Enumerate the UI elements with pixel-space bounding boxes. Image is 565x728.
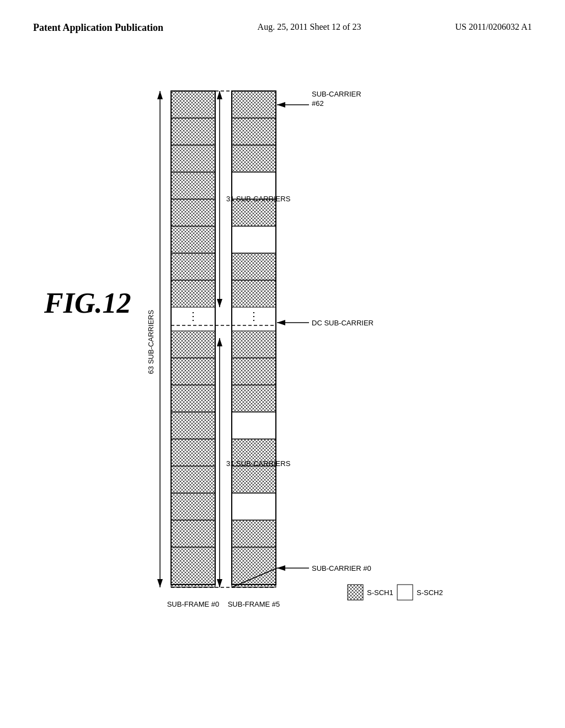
svg-rect-32 xyxy=(232,331,276,358)
svg-rect-40 xyxy=(232,547,276,587)
subframe0-label: SUB-FRAME #0 xyxy=(167,600,220,608)
svg-rect-33 xyxy=(232,358,276,385)
svg-rect-21 xyxy=(171,520,215,547)
svg-rect-22 xyxy=(171,547,215,587)
svg-rect-35 xyxy=(232,412,276,439)
svg-text:⋮: ⋮ xyxy=(248,310,259,322)
31-subcarriers-top-label: 31 SUB-CARRIERS xyxy=(226,195,291,203)
svg-rect-7 xyxy=(171,145,215,172)
svg-rect-34 xyxy=(232,385,276,412)
svg-rect-6 xyxy=(171,118,215,145)
svg-text:⋮: ⋮ xyxy=(188,310,199,322)
svg-marker-45 xyxy=(217,91,222,99)
svg-marker-56 xyxy=(277,102,285,108)
svg-rect-23 xyxy=(232,91,276,118)
svg-rect-8 xyxy=(171,172,215,199)
svg-rect-37 xyxy=(232,466,276,493)
svg-rect-25 xyxy=(232,145,276,172)
legend-sch2-box xyxy=(397,585,413,600)
legend-sch2-label: S-SCH2 xyxy=(417,588,443,597)
svg-rect-9 xyxy=(171,199,215,226)
svg-marker-48 xyxy=(217,338,222,346)
svg-rect-14 xyxy=(171,331,215,358)
svg-rect-27 xyxy=(232,199,276,226)
svg-marker-42 xyxy=(157,91,163,99)
svg-marker-49 xyxy=(217,579,222,587)
svg-rect-10 xyxy=(171,226,215,253)
svg-marker-43 xyxy=(157,579,163,587)
svg-marker-46 xyxy=(217,299,222,307)
svg-rect-19 xyxy=(171,466,215,493)
svg-rect-39 xyxy=(232,520,276,547)
subcarrier0-label: SUB-CARRIER #0 xyxy=(312,564,371,572)
svg-rect-38 xyxy=(232,493,276,520)
svg-marker-54 xyxy=(277,565,285,571)
svg-marker-51 xyxy=(277,320,285,325)
subcarrier62-label: SUB-CARRIER xyxy=(312,90,361,98)
svg-rect-16 xyxy=(171,385,215,412)
svg-rect-12 xyxy=(171,280,215,307)
svg-rect-29 xyxy=(232,253,276,280)
svg-rect-18 xyxy=(171,439,215,466)
diagram-svg: ⋮ ⋮ 63 SUB-CARRIERS 31 SUB-CARRIERS xyxy=(0,0,565,728)
svg-rect-11 xyxy=(171,253,215,280)
svg-rect-24 xyxy=(232,118,276,145)
legend-sch1-label: S-SCH1 xyxy=(367,588,393,597)
svg-rect-17 xyxy=(171,412,215,439)
63-subcarriers-label: 63 SUB-CARRIERS xyxy=(147,310,155,374)
svg-rect-28 xyxy=(232,226,276,253)
svg-rect-5 xyxy=(171,91,215,118)
dc-subcarrier-label: DC SUB-CARRIER xyxy=(312,319,374,327)
31-subcarriers-bottom-label: 31 SUB-CARRIERS xyxy=(226,459,291,468)
svg-rect-20 xyxy=(171,493,215,520)
subcarrier62-num: #62 xyxy=(312,99,324,108)
svg-rect-30 xyxy=(232,280,276,307)
legend-sch1-box xyxy=(348,585,363,600)
svg-rect-15 xyxy=(171,358,215,385)
subframe5-label: SUB-FRAME #5 xyxy=(228,600,280,608)
